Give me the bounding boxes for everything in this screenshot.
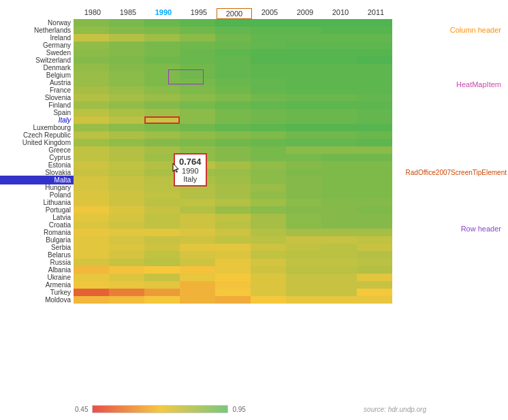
heat-cell[interactable] <box>144 56 180 64</box>
heat-cell[interactable] <box>215 116 251 124</box>
heat-cell[interactable] <box>109 191 144 199</box>
heat-cell[interactable] <box>74 296 109 304</box>
heat-cell[interactable] <box>357 116 392 124</box>
heat-cell[interactable] <box>215 266 251 274</box>
heat-cell[interactable] <box>357 109 392 116</box>
heat-cell[interactable] <box>109 27 144 34</box>
heat-cell[interactable] <box>144 236 180 244</box>
heat-cell[interactable] <box>357 131 392 139</box>
heat-cell[interactable] <box>286 79 321 86</box>
heat-cell[interactable] <box>144 289 180 296</box>
heat-cell[interactable] <box>251 244 286 251</box>
heat-cell[interactable] <box>286 229 321 236</box>
heat-cell[interactable] <box>144 101 180 109</box>
heat-cell[interactable] <box>109 266 144 274</box>
heat-cell[interactable] <box>180 266 215 274</box>
heat-cell[interactable] <box>180 131 215 139</box>
heat-cell[interactable] <box>321 42 357 49</box>
heat-cell[interactable] <box>215 131 251 139</box>
heat-cell[interactable] <box>215 64 251 71</box>
heat-cell[interactable] <box>109 71 144 79</box>
heat-cell[interactable] <box>215 199 251 206</box>
heat-cell[interactable] <box>251 289 286 296</box>
heat-cell[interactable] <box>286 49 321 56</box>
heat-cell[interactable] <box>74 281 109 289</box>
heat-cell[interactable] <box>321 266 357 274</box>
heat-cell[interactable] <box>215 281 251 289</box>
heat-cell[interactable] <box>286 161 321 169</box>
heat-cell[interactable] <box>109 154 144 161</box>
heat-cell[interactable] <box>321 49 357 56</box>
heat-cell[interactable] <box>286 146 321 154</box>
heat-cell[interactable] <box>251 266 286 274</box>
heat-cell[interactable] <box>74 116 109 124</box>
heat-cell[interactable] <box>180 244 215 251</box>
heat-cell[interactable] <box>74 139 109 146</box>
heat-cell[interactable] <box>109 184 144 191</box>
heat-cell[interactable] <box>286 169 321 176</box>
heat-cell[interactable] <box>180 236 215 244</box>
heat-cell[interactable] <box>357 176 392 184</box>
heat-cell[interactable] <box>357 56 392 64</box>
heat-cell[interactable] <box>321 229 357 236</box>
heat-cell[interactable] <box>357 94 392 101</box>
heat-cell[interactable] <box>251 259 286 266</box>
heat-cell[interactable] <box>144 229 180 236</box>
heat-cell[interactable] <box>286 101 321 109</box>
heat-cell[interactable] <box>357 154 392 161</box>
heat-cell[interactable] <box>109 199 144 206</box>
heat-cell[interactable] <box>251 64 286 71</box>
heat-cell[interactable] <box>109 161 144 169</box>
heat-cell[interactable] <box>109 64 144 71</box>
heat-cell[interactable] <box>74 244 109 251</box>
heat-cell[interactable] <box>286 19 321 27</box>
heat-cell[interactable] <box>357 281 392 289</box>
heat-cell[interactable] <box>357 296 392 304</box>
heat-cell[interactable] <box>215 229 251 236</box>
heat-cell[interactable] <box>109 251 144 259</box>
heat-cell[interactable] <box>109 116 144 124</box>
heat-cell[interactable] <box>321 34 357 42</box>
heat-cell[interactable] <box>109 206 144 214</box>
heat-cell[interactable] <box>286 259 321 266</box>
heat-cell[interactable] <box>180 94 215 101</box>
heat-cell[interactable] <box>144 42 180 49</box>
heat-cell[interactable] <box>251 229 286 236</box>
heat-cell[interactable] <box>180 116 215 124</box>
heat-cell[interactable] <box>144 214 180 221</box>
heat-cell[interactable] <box>286 221 321 229</box>
heat-cell[interactable] <box>251 146 286 154</box>
heat-cell[interactable] <box>180 289 215 296</box>
heat-cell[interactable] <box>286 251 321 259</box>
heat-cell[interactable] <box>357 244 392 251</box>
heat-cell[interactable] <box>357 274 392 281</box>
heat-cell[interactable] <box>251 19 286 27</box>
heat-cell[interactable] <box>180 42 215 49</box>
heat-cell[interactable] <box>144 274 180 281</box>
heat-cell[interactable] <box>286 64 321 71</box>
heat-cell[interactable] <box>251 184 286 191</box>
heat-cell[interactable] <box>251 56 286 64</box>
heat-cell[interactable] <box>74 42 109 49</box>
heat-cell[interactable] <box>215 101 251 109</box>
heat-cell[interactable] <box>180 34 215 42</box>
heat-cell[interactable] <box>74 86 109 94</box>
heat-cell[interactable] <box>74 184 109 191</box>
heat-cell[interactable] <box>286 71 321 79</box>
heat-cell[interactable] <box>286 274 321 281</box>
heat-cell[interactable] <box>251 191 286 199</box>
heat-cell[interactable] <box>180 139 215 146</box>
heat-cell[interactable] <box>180 221 215 229</box>
heat-cell[interactable] <box>215 176 251 184</box>
heat-cell[interactable] <box>286 266 321 274</box>
heat-cell[interactable] <box>144 71 180 79</box>
heat-cell[interactable] <box>251 236 286 244</box>
heat-cell[interactable] <box>251 161 286 169</box>
heat-cell[interactable] <box>321 169 357 176</box>
heat-cell[interactable] <box>74 169 109 176</box>
heat-cell[interactable] <box>74 154 109 161</box>
heat-cell[interactable] <box>251 281 286 289</box>
heat-cell[interactable] <box>321 244 357 251</box>
heat-cell[interactable] <box>109 139 144 146</box>
heat-cell[interactable] <box>74 56 109 64</box>
